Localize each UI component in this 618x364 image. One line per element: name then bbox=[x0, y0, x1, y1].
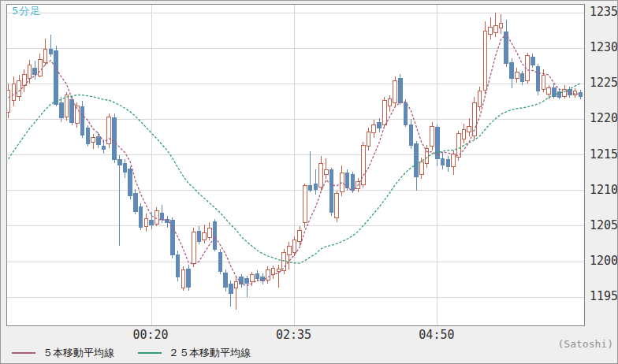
candle-up bbox=[91, 138, 95, 142]
candle-down bbox=[568, 90, 572, 95]
candle-up bbox=[250, 274, 254, 281]
unit-label: (Satoshi) bbox=[558, 338, 613, 350]
legend-item-ma25: ２５本移動平均線 bbox=[138, 346, 251, 360]
y-axis-tick-label: 1210 bbox=[590, 183, 618, 197]
candle-down bbox=[123, 163, 127, 172]
candle-down bbox=[113, 118, 117, 159]
candle-up bbox=[542, 75, 545, 89]
candle-down bbox=[197, 231, 201, 242]
candle-up bbox=[494, 25, 498, 32]
candle-down bbox=[409, 125, 413, 146]
y-axis-tick-label: 1235 bbox=[590, 5, 618, 19]
x-axis-tick-label: 00:20 bbox=[127, 328, 174, 342]
candle-down bbox=[117, 159, 121, 165]
candle-up bbox=[144, 219, 148, 227]
candle-up bbox=[17, 81, 21, 97]
candle-up bbox=[367, 132, 370, 147]
candle-up bbox=[462, 129, 466, 139]
y-axis-tick-label: 1200 bbox=[590, 254, 618, 268]
candle-up bbox=[430, 126, 434, 146]
candle-up bbox=[372, 125, 376, 133]
candle-down bbox=[60, 103, 64, 118]
candle-up bbox=[388, 98, 392, 106]
candle-down bbox=[49, 49, 53, 54]
candle-down bbox=[160, 214, 164, 220]
candle-down bbox=[33, 68, 37, 74]
candle-up bbox=[43, 49, 47, 62]
candle-down bbox=[308, 185, 312, 190]
candle-up bbox=[282, 252, 286, 270]
legend-label-ma25: ２５本移動平均線 bbox=[169, 346, 251, 360]
candle-up bbox=[393, 81, 397, 103]
candle-down bbox=[345, 173, 349, 188]
candle-up bbox=[192, 232, 196, 264]
candle-down bbox=[86, 128, 90, 143]
candle-up bbox=[452, 154, 456, 167]
candle-up bbox=[208, 228, 212, 238]
candle-up bbox=[28, 65, 32, 79]
candle-down bbox=[150, 221, 154, 225]
candle-down bbox=[134, 193, 138, 211]
candle-down bbox=[97, 136, 101, 145]
y-axis-tick-label: 1220 bbox=[590, 111, 618, 125]
candle-up bbox=[292, 240, 296, 252]
plot-svg bbox=[7, 5, 584, 325]
candle-down bbox=[404, 103, 408, 125]
y-axis-tick-label: 1225 bbox=[590, 76, 618, 90]
candle-up bbox=[419, 162, 423, 175]
candle-up bbox=[382, 101, 386, 125]
candle-up bbox=[39, 60, 43, 76]
candle-up bbox=[181, 269, 185, 288]
candle-up bbox=[65, 95, 69, 117]
candle-up bbox=[489, 27, 493, 35]
y-axis-tick-label: 1230 bbox=[590, 40, 618, 54]
candle-down bbox=[510, 62, 514, 78]
y-axis-tick-label: 1215 bbox=[590, 147, 618, 162]
candle-up bbox=[483, 31, 487, 90]
candle-up bbox=[298, 230, 302, 241]
candle-up bbox=[499, 24, 503, 28]
candle-down bbox=[176, 255, 180, 277]
candle-up bbox=[473, 103, 477, 136]
candle-down bbox=[329, 170, 333, 213]
chart-title: 5分足 bbox=[12, 4, 41, 18]
plot-area: 5分足 bbox=[6, 4, 585, 326]
y-axis-tick-label: 1205 bbox=[590, 218, 618, 232]
candle-down bbox=[536, 67, 540, 91]
candle-down bbox=[255, 273, 259, 278]
candle-down bbox=[54, 51, 58, 105]
candle-up bbox=[154, 210, 158, 224]
candle-up bbox=[573, 91, 577, 95]
x-axis-tick-label: 02:35 bbox=[270, 328, 317, 342]
ma25-line-swatch bbox=[138, 352, 162, 354]
legend-label-ma5: ５本移動平均線 bbox=[43, 346, 114, 360]
candle-up bbox=[319, 163, 323, 187]
candle-up bbox=[335, 193, 339, 218]
candle-down bbox=[378, 123, 382, 128]
candle-up bbox=[547, 88, 551, 95]
ma5-line-swatch bbox=[12, 352, 35, 354]
candle-down bbox=[218, 252, 222, 271]
candle-down bbox=[224, 273, 228, 288]
candle-down bbox=[415, 143, 419, 176]
candle-up bbox=[271, 268, 275, 274]
candle-down bbox=[314, 184, 318, 190]
candle-up bbox=[22, 75, 26, 86]
candle-down bbox=[531, 58, 535, 65]
candle-down bbox=[229, 284, 233, 294]
candle-up bbox=[287, 246, 291, 255]
y-axis-tick-label: 1195 bbox=[590, 289, 618, 303]
candle-up bbox=[341, 173, 344, 191]
candle-down bbox=[139, 207, 143, 228]
candle-down bbox=[520, 74, 524, 82]
candle-down bbox=[187, 269, 191, 287]
candle-down bbox=[102, 147, 106, 150]
legend-item-ma5: ５本移動平均線 bbox=[12, 346, 114, 360]
candle-down bbox=[351, 175, 355, 191]
candle-up bbox=[325, 170, 329, 175]
candle-up bbox=[203, 233, 207, 240]
candle-down bbox=[213, 222, 217, 250]
candle-down bbox=[70, 99, 74, 122]
candle-up bbox=[234, 281, 238, 288]
candle-down bbox=[446, 159, 450, 167]
